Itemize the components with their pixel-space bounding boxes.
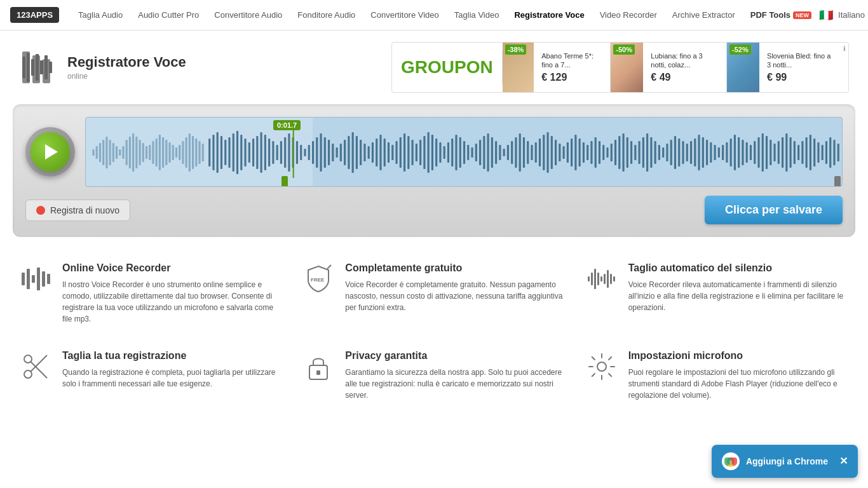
svg-rect-200	[829, 137, 831, 168]
svg-rect-173	[722, 145, 724, 160]
logo[interactable]: 123APPS	[10, 7, 59, 23]
svg-rect-141	[595, 137, 597, 168]
svg-rect-50	[233, 133, 234, 172]
svg-rect-54	[248, 142, 250, 163]
svg-rect-159	[666, 144, 668, 161]
feature-icon-mic	[19, 262, 52, 295]
navbar: 123APPS Taglia AudioAudio Cutter ProConv…	[0, 0, 868, 30]
svg-rect-140	[590, 141, 592, 164]
nav-link-registratore-voce[interactable]: Registratore Voce	[506, 0, 592, 30]
svg-rect-90	[391, 145, 393, 160]
svg-rect-130	[551, 136, 553, 169]
ad-item-price-3: € 99	[767, 72, 833, 83]
svg-rect-188	[782, 137, 783, 168]
svg-rect-75	[332, 144, 334, 161]
svg-rect-96	[416, 144, 417, 161]
ad-item-image-1: -38%	[503, 42, 534, 93]
svg-rect-9	[49, 62, 52, 73]
nav-link-convertitore-audio[interactable]: Convertitore Audio	[207, 0, 290, 30]
svg-rect-135	[571, 139, 573, 166]
svg-rect-146	[614, 140, 616, 165]
svg-rect-72	[320, 133, 322, 172]
svg-rect-114	[487, 133, 489, 172]
svg-rect-116	[495, 141, 497, 164]
ad-groupon[interactable]: GROUPON	[392, 51, 503, 84]
svg-rect-175	[730, 139, 732, 166]
svg-rect-169	[706, 140, 708, 165]
svg-rect-32	[165, 140, 167, 165]
nav-link-convertitore-video[interactable]: Convertitore Video	[363, 0, 446, 30]
svg-rect-92	[400, 137, 402, 168]
feature-title-trim: Taglia la tua registrazione	[62, 350, 283, 362]
play-button[interactable]	[25, 127, 75, 177]
feature-title-voice-recorder: Online Voice Recorder	[62, 262, 283, 274]
svg-rect-105	[451, 139, 453, 166]
svg-rect-36	[179, 145, 180, 160]
nav-link-video-recorder[interactable]: Video Recorder	[592, 0, 665, 30]
nav-link-pdf-tools[interactable]: PDF ToolsNEW	[743, 0, 819, 30]
svg-rect-84	[368, 146, 370, 159]
nav-link-taglia-video[interactable]: Taglia Video	[447, 0, 507, 30]
svg-rect-126	[535, 142, 537, 163]
svg-rect-120	[511, 141, 513, 164]
feature-title-privacy: Privacy garantita	[345, 350, 566, 362]
svg-rect-10	[92, 149, 94, 156]
feature-icon-free: FREE	[302, 262, 335, 295]
svg-rect-22	[132, 133, 134, 172]
ad-item-1[interactable]: -38% Abano Terme 5*: fino a 7... € 129	[503, 42, 611, 93]
svg-rect-82	[360, 140, 362, 165]
ad-item-3[interactable]: -52% Slovenia Bled: fino a 3 notti... € …	[727, 42, 841, 93]
recorder-bottom: Registra di nuovo Clicca per salvare	[25, 196, 843, 224]
feature-icon-wave	[585, 262, 618, 295]
feature-desc-voice-recorder: Il nostro Voice Recorder è uno strumento…	[62, 279, 283, 325]
re-record-label: Registra di nuovo	[50, 205, 119, 215]
svg-rect-142	[599, 141, 600, 164]
nav-link-fonditore-audio[interactable]: Fonditore Audio	[290, 0, 363, 30]
svg-rect-215	[600, 276, 602, 281]
svg-rect-118	[503, 149, 505, 156]
svg-rect-206	[32, 275, 35, 283]
svg-rect-174	[726, 142, 728, 163]
svg-rect-5	[31, 59, 34, 76]
svg-rect-30	[159, 135, 161, 170]
svg-rect-34	[172, 145, 174, 160]
svg-rect-83	[363, 144, 365, 161]
svg-rect-189	[785, 133, 787, 172]
ad-item-2[interactable]: -50% Lubiana: fino a 3 notti, colaz... €…	[611, 42, 727, 93]
feature-trim: Taglia la tua registrazione Quando la re…	[19, 350, 283, 401]
ad-item-content-2: Lubiana: fino a 3 notti, colaz... € 49	[643, 46, 726, 89]
svg-rect-68	[304, 149, 306, 156]
header-text: Registratore Voce online	[67, 54, 186, 81]
feature-text-trim: Taglia la tua registrazione Quando la re…	[62, 350, 283, 390]
re-record-button[interactable]: Registra di nuovo	[25, 200, 130, 221]
trim-handle-right[interactable]	[834, 176, 841, 186]
svg-rect-151	[634, 145, 636, 160]
svg-rect-66	[296, 141, 298, 164]
svg-rect-53	[244, 139, 246, 166]
svg-rect-107	[459, 137, 461, 168]
trim-handle-left[interactable]	[281, 176, 288, 186]
svg-rect-180	[750, 145, 752, 160]
svg-rect-100	[431, 135, 433, 170]
language-selector[interactable]: Italiano ▼	[838, 10, 868, 20]
waveform-wrapper: 0:01.7	[85, 117, 843, 187]
svg-rect-38	[186, 137, 187, 168]
svg-rect-99	[428, 132, 430, 173]
svg-rect-205	[27, 269, 30, 289]
svg-rect-86	[376, 139, 377, 166]
svg-rect-57	[261, 132, 262, 173]
nav-link-taglia-audio[interactable]: Taglia Audio	[71, 0, 130, 30]
svg-rect-15	[109, 140, 111, 165]
nav-link-audio-cutter-pro[interactable]: Audio Cutter Pro	[130, 0, 207, 30]
waveform-container[interactable]: 0:01.7	[85, 117, 843, 187]
svg-rect-113	[483, 136, 485, 169]
svg-rect-23	[135, 137, 137, 168]
svg-rect-102	[439, 142, 441, 163]
svg-rect-129	[546, 132, 548, 173]
svg-rect-202	[837, 144, 839, 161]
svg-rect-178	[742, 140, 743, 165]
svg-rect-28	[152, 141, 154, 164]
nav-link-archive-extractor[interactable]: Archive Extractor	[665, 0, 743, 30]
save-button[interactable]: Clicca per salvare	[705, 196, 843, 224]
svg-rect-115	[491, 137, 493, 168]
